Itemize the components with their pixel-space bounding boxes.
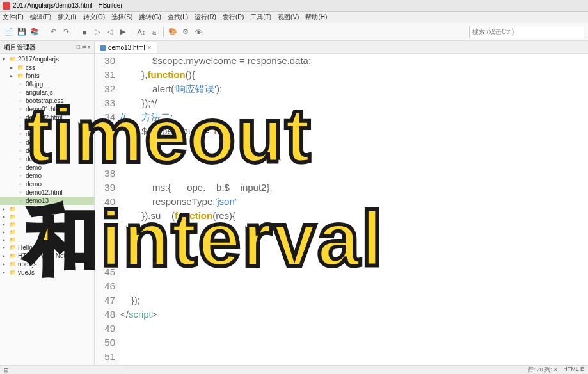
code-content[interactable]: $scope.mywelcome = response.data; },func…: [120, 54, 588, 365]
menu-icon[interactable]: ▾: [88, 44, 90, 50]
tree-item[interactable]: ▫demo02.html: [0, 113, 94, 122]
tree-item[interactable]: ▫demo: [0, 122, 94, 130]
tab-label: demo13.html: [108, 44, 145, 51]
status-left: ⊞: [4, 367, 9, 373]
menu-item[interactable]: 文件(F): [3, 13, 24, 22]
tree-item[interactable]: ▸📁: [0, 228, 94, 236]
language-mode[interactable]: HTML E: [563, 366, 584, 374]
menu-item[interactable]: 查找(L): [168, 13, 188, 22]
prev-icon[interactable]: ◁: [105, 27, 115, 37]
tree-item[interactable]: ▸📁: [0, 205, 94, 213]
tree-item[interactable]: ▫demo: [0, 163, 94, 172]
menu-item[interactable]: 跳转(G): [139, 13, 161, 22]
tree-item[interactable]: ▫demo12.html: [0, 188, 94, 197]
title-text: 2017Angularjs/demo13.html - HBuilder: [13, 2, 123, 9]
menu-item[interactable]: 转义(O): [83, 13, 105, 22]
preview-icon[interactable]: 👁: [193, 27, 203, 37]
settings-icon[interactable]: ⚙: [180, 27, 191, 37]
title-bar: 2017Angularjs/demo13.html - HBuilder: [0, 0, 588, 12]
line-gutter: 3031323334353637383940414243444546474849…: [95, 54, 120, 365]
sidebar-title: 项目管理器: [4, 43, 36, 52]
tree-item[interactable]: ▫demo01.html: [0, 105, 94, 113]
tree-item[interactable]: ▸📁Hello: [0, 243, 94, 252]
editor-tabs: demo13.html ×: [95, 41, 588, 54]
status-bar: ⊞ 行: 20 列: 3 HTML E: [0, 365, 588, 374]
menu-item[interactable]: 编辑(E): [30, 13, 51, 22]
color-icon[interactable]: 🎨: [168, 27, 178, 37]
tree-item[interactable]: ▾📁2017Angularjs: [0, 55, 94, 63]
code-area[interactable]: 3031323334353637383940414243444546474849…: [95, 54, 588, 365]
run-icon[interactable]: ▷: [92, 27, 102, 37]
save-all-icon[interactable]: 📚: [29, 27, 40, 37]
forward-icon[interactable]: ↷: [61, 27, 71, 37]
menu-item[interactable]: 插入(I): [58, 13, 76, 22]
link-icon[interactable]: ⇄: [82, 44, 86, 50]
sidebar-header: 项目管理器 ⊟ ⇄ ▾: [0, 41, 94, 54]
tree-item[interactable]: ▫06.jpg: [0, 80, 94, 88]
menu-item[interactable]: 视图(V): [278, 13, 299, 22]
save-icon[interactable]: 💾: [17, 27, 27, 37]
tree-item[interactable]: ▸📁fonts: [0, 72, 94, 80]
back-icon[interactable]: ↶: [48, 27, 58, 37]
tree-item[interactable]: ▸📁vueJs: [0, 268, 94, 277]
tree-item[interactable]: ▫demo: [0, 130, 94, 138]
font-size-icon[interactable]: A↕: [136, 27, 147, 37]
next-icon[interactable]: ▶: [118, 27, 128, 37]
text-icon[interactable]: a: [149, 27, 159, 37]
file-icon: [100, 45, 106, 51]
tree-item[interactable]: ▸📁HTML5 Web Notification: [0, 252, 94, 260]
editor-tab-active[interactable]: demo13.html ×: [95, 42, 157, 53]
menu-item[interactable]: 选择(S): [111, 13, 132, 22]
toolbar: 📄 💾 📚 ↶ ↷ ■ ▷ ◁ ▶ A↕ a 🎨 ⚙ 👁: [0, 23, 588, 41]
tree-item[interactable]: ▫angular.js: [0, 88, 94, 97]
search-input[interactable]: [469, 26, 584, 38]
tree-item[interactable]: ▸📁css: [0, 63, 94, 72]
cursor-position: 行: 20 列: 3: [528, 366, 557, 374]
menu-bar: 文件(F)编辑(E)插入(I)转义(O)选择(S)跳转(G)查找(L)运行(R)…: [0, 12, 588, 23]
tree-item[interactable]: ▫demo: [0, 172, 94, 180]
tree-item[interactable]: ▫bootstrap.css: [0, 97, 94, 105]
tree-item[interactable]: ▸📁nodejs: [0, 260, 94, 268]
sidebar: 项目管理器 ⊟ ⇄ ▾ ▾📁2017Angularjs▸📁css▸📁fonts▫…: [0, 41, 95, 365]
collapse-icon[interactable]: ⊟: [76, 44, 81, 50]
tree-item[interactable]: ▸📁: [0, 220, 94, 228]
tree-item[interactable]: ▫demo: [0, 155, 94, 163]
stop-icon[interactable]: ■: [79, 27, 90, 37]
tree-item[interactable]: ▸📁: [0, 236, 94, 243]
menu-item[interactable]: 运行(R): [195, 13, 216, 22]
tree-item[interactable]: ▸📁: [0, 213, 94, 220]
editor: demo13.html × 30313233343536373839404142…: [95, 41, 588, 365]
close-icon[interactable]: ×: [148, 44, 152, 51]
app-icon: [3, 2, 10, 10]
menu-item[interactable]: 帮助(H): [305, 13, 327, 22]
menu-item[interactable]: 发行(P): [223, 13, 244, 22]
tree-item[interactable]: ▫demo13: [0, 197, 94, 205]
tree-item[interactable]: ▫demo: [0, 180, 94, 188]
new-icon[interactable]: 📄: [4, 27, 14, 37]
tree-item[interactable]: ▫demo: [0, 147, 94, 155]
menu-item[interactable]: 工具(T): [250, 13, 271, 22]
file-tree: ▾📁2017Angularjs▸📁css▸📁fonts▫06.jpg▫angul…: [0, 54, 94, 365]
tree-item[interactable]: ▫demo: [0, 138, 94, 147]
